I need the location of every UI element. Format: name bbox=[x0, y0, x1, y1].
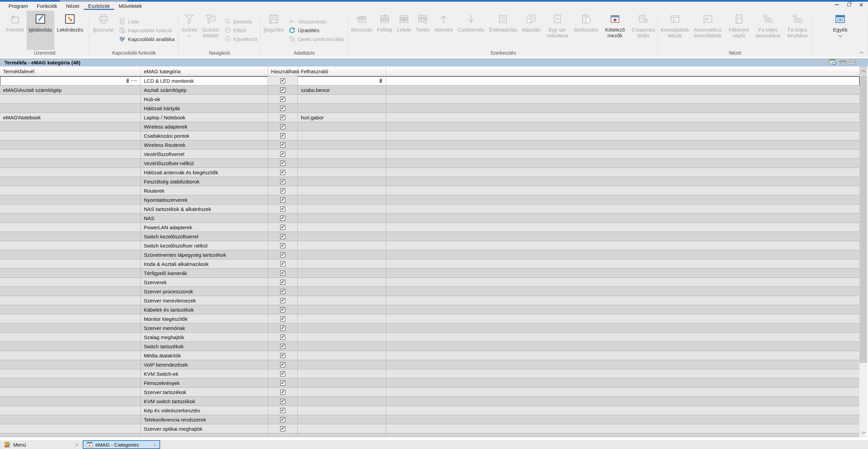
cell-hasznalhato[interactable]: ✓ bbox=[268, 397, 298, 406]
cell-felhasznalo[interactable] bbox=[298, 324, 386, 333]
delete-row-button[interactable] bbox=[849, 59, 857, 66]
cell-hasznalhato[interactable]: ✓ bbox=[268, 204, 298, 214]
table-row[interactable]: Iroda & Asztali alkalmazások✓ bbox=[0, 259, 860, 269]
cell-felhasznalo[interactable] bbox=[298, 305, 386, 314]
cell-emag-kategoria[interactable]: Szerverek bbox=[141, 278, 268, 287]
usable-checkbox[interactable]: ✓ bbox=[280, 142, 285, 148]
cell-emag-kategoria[interactable]: Switch kezelőszoftver nélkül bbox=[141, 241, 268, 250]
cell-termekfalevel[interactable] bbox=[0, 223, 141, 232]
cell-emag-kategoria[interactable]: Iroda & Asztali alkalmazások bbox=[141, 259, 268, 269]
cell-termekfalevel[interactable] bbox=[0, 351, 141, 360]
cell-termekfalevel[interactable] bbox=[0, 186, 141, 195]
cell-felhasznalo[interactable] bbox=[298, 150, 386, 159]
usable-checkbox[interactable]: ✓ bbox=[280, 124, 285, 129]
cell-felhasznalo[interactable] bbox=[298, 76, 386, 85]
cell-hasznalhato[interactable]: ✓ bbox=[268, 177, 298, 186]
cell-emag-kategoria[interactable]: Hálózati antennák és kiegészítők bbox=[141, 168, 268, 177]
cell-emag-kategoria[interactable]: KVM switch tartozékok bbox=[141, 397, 268, 406]
table-row[interactable]: PowerLAN adapterek✓ bbox=[0, 223, 860, 232]
cell-termekfalevel[interactable] bbox=[0, 159, 141, 168]
cell-felhasznalo[interactable] bbox=[298, 104, 386, 113]
cell-termekfalevel[interactable] bbox=[0, 378, 141, 388]
menu-item-funkciok[interactable]: Funkciók bbox=[33, 2, 62, 10]
cell-termekfalevel[interactable] bbox=[0, 259, 141, 269]
usable-checkbox[interactable]: ✓ bbox=[280, 133, 285, 138]
cell-felhasznalo[interactable] bbox=[298, 241, 386, 250]
menu-item-program[interactable]: Program bbox=[4, 2, 33, 10]
usable-checkbox[interactable]: ✓ bbox=[280, 152, 285, 157]
cell-felhasznalo[interactable]: huri.gabor bbox=[298, 113, 386, 122]
cell-hasznalhato[interactable]: ✓ bbox=[268, 287, 298, 296]
table-row[interactable]: ···LCD & LED monitorok✓ bbox=[0, 76, 860, 85]
cell-termekfalevel[interactable] bbox=[0, 95, 141, 104]
table-row[interactable]: Wireless adapterek✓ bbox=[0, 122, 860, 131]
table-row[interactable]: Wireless Routerek✓ bbox=[0, 140, 860, 150]
cell-felhasznalo[interactable] bbox=[298, 397, 386, 406]
cell-emag-kategoria[interactable]: Szerver memóriak bbox=[141, 324, 268, 333]
cell-felhasznalo[interactable] bbox=[298, 424, 386, 433]
cell-hasznalhato[interactable]: ✓ bbox=[268, 241, 298, 250]
cell-emag-kategoria[interactable]: Monitor kiegészítők bbox=[141, 314, 268, 324]
cell-felhasznalo[interactable] bbox=[298, 259, 386, 269]
restore-button[interactable] bbox=[843, 1, 855, 8]
cell-hasznalhato[interactable]: ✓ bbox=[268, 85, 298, 95]
cell-emag-kategoria[interactable]: Hálózati kártyák bbox=[141, 104, 268, 113]
cell-emag-kategoria[interactable]: Szerver processzorok bbox=[141, 287, 268, 296]
cell-hasznalhato[interactable]: ✓ bbox=[268, 214, 298, 223]
table-row[interactable]: Vezérlőszoftver-nélkül✓ bbox=[0, 159, 860, 168]
ribbon-button-egyeb[interactable]: Egyéb bbox=[831, 11, 850, 50]
cell-termekfalevel[interactable] bbox=[0, 131, 141, 140]
cell-hasznalhato[interactable]: ✓ bbox=[268, 360, 298, 369]
cell-emag-kategoria[interactable]: Wireless Routerek bbox=[141, 140, 268, 150]
cell-hasznalhato[interactable]: ✓ bbox=[268, 324, 298, 333]
cell-felhasznalo[interactable] bbox=[298, 214, 386, 223]
cell-termekfalevel[interactable]: eMAG\Notebook bbox=[0, 113, 141, 122]
cell-termekfalevel[interactable] bbox=[0, 333, 141, 342]
menu-item-muveletek[interactable]: Műveletek bbox=[114, 2, 146, 10]
table-row[interactable]: Hálózati kártyák✓ bbox=[0, 104, 860, 113]
cell-emag-kategoria[interactable]: Szünetmentes tápegység tartozékok bbox=[141, 250, 268, 259]
cell-termekfalevel[interactable] bbox=[0, 150, 141, 159]
cell-hasznalhato[interactable]: ✓ bbox=[268, 140, 298, 150]
usable-checkbox[interactable]: ✓ bbox=[280, 115, 285, 120]
cell-termekfalevel[interactable]: ··· bbox=[0, 76, 141, 85]
cell-hasznalhato[interactable]: ✓ bbox=[268, 415, 298, 424]
cell-emag-kategoria[interactable]: Szerver tartozékok bbox=[141, 388, 268, 397]
table-row[interactable]: Szerver optikai meghajtók✓ bbox=[0, 424, 860, 433]
scroll-down-button[interactable] bbox=[860, 428, 867, 437]
cell-termekfalevel[interactable] bbox=[0, 168, 141, 177]
table-row[interactable]: Nyomtatószerverek✓ bbox=[0, 195, 860, 204]
usable-checkbox[interactable]: ✓ bbox=[280, 225, 285, 230]
cell-emag-kategoria[interactable]: Fémszekrények bbox=[141, 378, 268, 388]
table-row[interactable]: NAS✓ bbox=[0, 214, 860, 223]
usable-checkbox[interactable]: ✓ bbox=[280, 417, 285, 422]
usable-checkbox[interactable]: ✓ bbox=[280, 307, 285, 312]
usable-checkbox[interactable]: ✓ bbox=[280, 426, 285, 431]
cell-termekfalevel[interactable] bbox=[0, 122, 141, 131]
cell-felhasznalo[interactable] bbox=[298, 415, 386, 424]
cell-emag-kategoria[interactable]: Telekonferencia rendszerek bbox=[141, 415, 268, 424]
cell-emag-kategoria[interactable]: Szerver optikai meghajtók bbox=[141, 424, 268, 433]
cell-emag-kategoria[interactable]: Térfigyelő kamerák bbox=[141, 269, 268, 278]
table-row[interactable]: NAS tartozékok & alkatrészek✓ bbox=[0, 204, 860, 214]
cell-termekfalevel[interactable] bbox=[0, 415, 141, 424]
cell-emag-kategoria[interactable]: Asztali számítógép bbox=[141, 85, 268, 95]
usable-checkbox[interactable]: ✓ bbox=[280, 362, 285, 367]
cell-hasznalhato[interactable]: ✓ bbox=[268, 223, 298, 232]
scrollbar-thumb[interactable] bbox=[860, 76, 867, 363]
cell-hasznalhato[interactable]: ✓ bbox=[268, 250, 298, 259]
menu-item-nezet[interactable]: Nézet bbox=[62, 2, 84, 10]
cell-hasznalhato[interactable]: ✓ bbox=[268, 269, 298, 278]
table-row[interactable]: KVM Switch-ek✓ bbox=[0, 369, 860, 378]
cell-emag-kategoria[interactable]: NAS tartozékok & alkatrészek bbox=[141, 204, 268, 214]
usable-checkbox[interactable]: ✓ bbox=[280, 78, 285, 83]
table-row[interactable]: Feszültség stabilizátorok✓ bbox=[0, 177, 860, 186]
table-row[interactable]: Térfigyelő kamerák✓ bbox=[0, 269, 860, 278]
cell-termekfalevel[interactable] bbox=[0, 296, 141, 305]
usable-checkbox[interactable]: ✓ bbox=[280, 390, 285, 395]
column-header-hasznalhato[interactable]: Használható bbox=[268, 66, 298, 76]
cell-hasznalhato[interactable]: ✓ bbox=[268, 104, 298, 113]
usable-checkbox[interactable]: ✓ bbox=[280, 316, 285, 321]
cell-emag-kategoria[interactable]: VoIP berendezések bbox=[141, 360, 268, 369]
cell-felhasznalo[interactable] bbox=[298, 131, 386, 140]
